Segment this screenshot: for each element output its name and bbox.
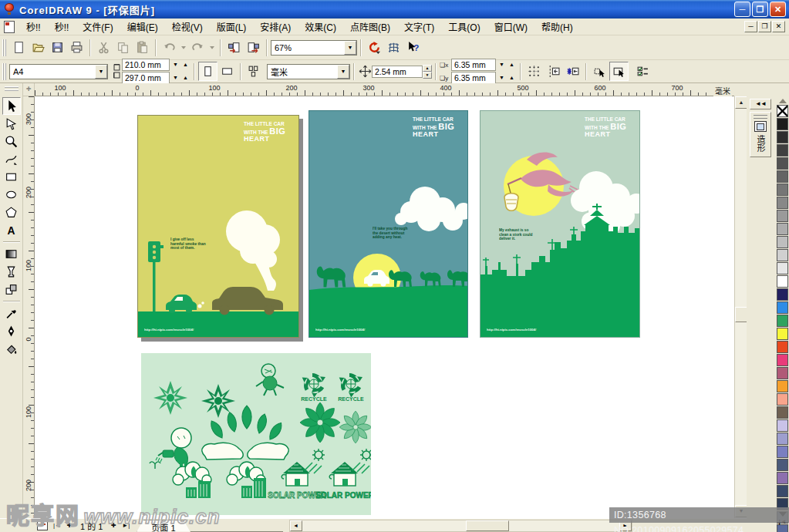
duplicate-y-input[interactable]: 6.35 mm bbox=[451, 72, 496, 84]
duplicate-x-down[interactable]: ▼ bbox=[497, 59, 507, 71]
palette-swatch-none[interactable] bbox=[777, 105, 788, 117]
document-icon[interactable] bbox=[4, 21, 15, 33]
zoom-dropdown-arrow[interactable]: ▼ bbox=[344, 41, 356, 55]
outline-tool[interactable] bbox=[2, 322, 21, 340]
menu-item-3[interactable]: 编辑(E) bbox=[120, 19, 165, 35]
snap-to-guidelines-button[interactable] bbox=[544, 62, 563, 81]
palette-swatch-2e2e2e[interactable] bbox=[777, 131, 788, 143]
palette-swatch-3a4a6a[interactable] bbox=[777, 485, 788, 497]
interactive-transparency-tool[interactable] bbox=[2, 263, 21, 281]
mdi-restore-button[interactable]: ❐ bbox=[758, 21, 771, 32]
save-button[interactable] bbox=[48, 38, 67, 57]
duplicate-y-up[interactable]: ▲ bbox=[507, 72, 517, 84]
print-button[interactable] bbox=[67, 38, 86, 57]
docker-window-icon[interactable] bbox=[754, 121, 767, 132]
palette-swatch-e6e6e6[interactable] bbox=[777, 262, 788, 274]
interactive-blend-tool[interactable] bbox=[2, 281, 21, 298]
vertical-scrollbar[interactable]: ▲ ▼ bbox=[734, 96, 747, 518]
palette-swatch-9a9a9a[interactable] bbox=[777, 210, 788, 222]
mdi-minimize-button[interactable]: ─ bbox=[744, 21, 757, 32]
palette-swatch-acacac[interactable] bbox=[777, 223, 788, 235]
palette-swatch-b05a77[interactable] bbox=[777, 367, 788, 379]
paper-height-down[interactable]: ▼ bbox=[170, 72, 180, 84]
toolbox-grip[interactable] bbox=[5, 86, 19, 91]
mdi-close-button[interactable]: ✕ bbox=[772, 21, 785, 32]
ellipse-tool[interactable] bbox=[2, 186, 21, 204]
portrait-button[interactable] bbox=[198, 62, 217, 81]
docker-collapse-button[interactable]: ◄◄ bbox=[750, 99, 771, 109]
undo-dropdown[interactable] bbox=[179, 38, 188, 57]
palette-swatch-e83b7a[interactable] bbox=[777, 354, 788, 366]
menu-item-5[interactable]: 版面(L) bbox=[210, 19, 254, 35]
redo-dropdown[interactable] bbox=[207, 38, 217, 57]
snap-to-grid-button[interactable] bbox=[524, 62, 544, 81]
horizontal-scroll-thumb[interactable] bbox=[466, 520, 509, 531]
treat-as-filled-button[interactable] bbox=[590, 62, 609, 81]
poster-yellow-car[interactable]: THE LITTLE CAR WITH THE BIG HEART I give… bbox=[137, 115, 299, 338]
paper-width-up[interactable]: ▲ bbox=[180, 59, 191, 71]
options-button[interactable] bbox=[633, 62, 652, 81]
page-layout-button[interactable] bbox=[244, 62, 264, 81]
rectangle-tool[interactable] bbox=[2, 168, 21, 186]
fill-tool[interactable] bbox=[2, 340, 21, 358]
propbar-grip[interactable] bbox=[2, 63, 6, 80]
text-tool[interactable]: A bbox=[2, 221, 21, 239]
nudge-offset-spinner[interactable]: ▲▼ bbox=[423, 65, 432, 79]
palette-swatch-888888[interactable] bbox=[777, 197, 788, 209]
palette-swatch-6f6152[interactable] bbox=[777, 406, 788, 419]
palette-swatch-4a5a7a[interactable] bbox=[777, 459, 788, 471]
horizontal-scrollbar[interactable]: ◄ ► bbox=[289, 520, 632, 532]
import-button[interactable] bbox=[224, 38, 244, 57]
palette-swatch-646464[interactable] bbox=[777, 170, 788, 183]
menu-item-12[interactable]: 帮助(H) bbox=[534, 19, 580, 35]
palette-swatch-9d9ece[interactable] bbox=[777, 433, 788, 445]
palette-swatch-7a7fc0[interactable] bbox=[777, 446, 788, 458]
duplicate-x-up[interactable]: ▲ bbox=[507, 59, 517, 71]
menu-item-8[interactable]: 点阵图(B) bbox=[343, 19, 397, 35]
freehand-tool[interactable] bbox=[2, 150, 21, 168]
menu-item-7[interactable]: 效果(C) bbox=[298, 19, 343, 35]
duplicate-x-input[interactable]: 6.35 mm bbox=[451, 59, 496, 71]
palette-swatch-2ea35f[interactable] bbox=[777, 315, 788, 327]
corel-online-button[interactable] bbox=[384, 38, 403, 57]
palette-swatch-767676[interactable] bbox=[777, 184, 788, 196]
restore-button[interactable]: ❐ bbox=[752, 2, 768, 17]
palette-swatch-c9c2e8[interactable] bbox=[777, 419, 788, 432]
paper-height-input[interactable]: 297.0 mm bbox=[122, 72, 170, 84]
units-dropdown-arrow[interactable]: ▼ bbox=[337, 65, 349, 79]
zoom-tool[interactable] bbox=[2, 133, 21, 150]
palette-swatch-232060[interactable] bbox=[777, 288, 788, 301]
menu-item-0[interactable]: 秒!! bbox=[19, 19, 48, 35]
snap-to-objects-button[interactable] bbox=[563, 62, 582, 81]
docker-title[interactable]: 造形 bbox=[754, 135, 767, 152]
scroll-left-button[interactable]: ◄ bbox=[290, 520, 302, 531]
palette-swatch-bebebe[interactable] bbox=[777, 236, 788, 248]
new-button[interactable] bbox=[9, 38, 29, 57]
cut-button[interactable] bbox=[94, 38, 113, 57]
palette-swatch-ffffff[interactable] bbox=[777, 275, 788, 288]
palette-swatch-e8491f[interactable] bbox=[777, 341, 788, 353]
palette-scroll-up[interactable] bbox=[779, 99, 787, 103]
menu-item-4[interactable]: 检视(V) bbox=[165, 19, 210, 35]
docker-grip[interactable] bbox=[754, 115, 767, 119]
menu-item-10[interactable]: 工具(O) bbox=[441, 19, 487, 35]
close-button[interactable]: ✕ bbox=[770, 2, 786, 17]
poster-stork-city[interactable]: THE LITTLE CAR WITH THE BIG HEART My exh… bbox=[480, 110, 640, 338]
menu-item-1[interactable]: 秒!! bbox=[48, 19, 76, 35]
palette-swatch-525252[interactable] bbox=[777, 157, 788, 170]
menu-item-9[interactable]: 文字(T) bbox=[397, 19, 441, 35]
paste-button[interactable] bbox=[133, 38, 152, 57]
poster-teal-camels[interactable]: THE LITTLE CAR WITH THE BIG HEART I'll t… bbox=[309, 110, 468, 338]
palette-swatch-f7a58c[interactable] bbox=[777, 393, 788, 406]
paper-height-up[interactable]: ▲ bbox=[180, 72, 191, 84]
menu-item-11[interactable]: 窗口(W) bbox=[487, 19, 534, 35]
shape-tool[interactable] bbox=[2, 115, 21, 133]
application-launcher-button[interactable] bbox=[365, 38, 384, 57]
menu-item-2[interactable]: 文件(F) bbox=[76, 19, 120, 35]
export-button[interactable] bbox=[244, 38, 263, 57]
eco-icon-sheet[interactable]: RECYCLE RECYCLE bbox=[141, 353, 371, 515]
zoom-combo[interactable]: 67% ▼ bbox=[271, 40, 357, 56]
whats-this-help-button[interactable]: ? bbox=[403, 38, 423, 57]
paper-width-down[interactable]: ▼ bbox=[170, 59, 180, 71]
palette-swatch-f7f73a[interactable] bbox=[777, 328, 788, 340]
